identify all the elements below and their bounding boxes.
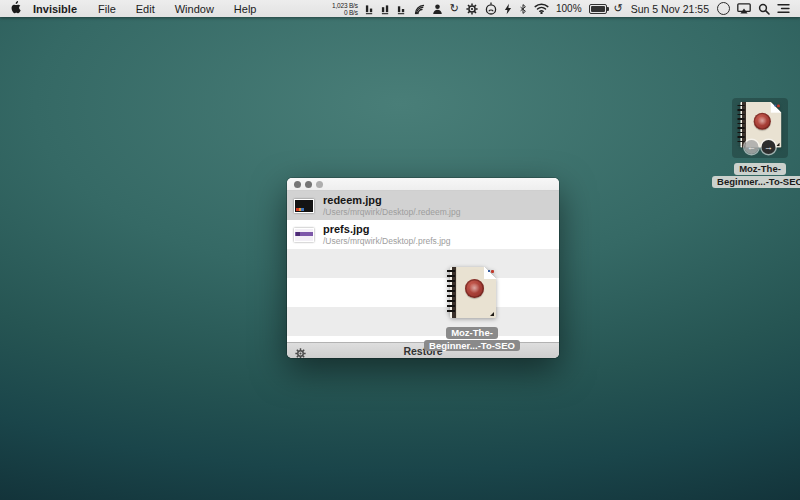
wifi-icon[interactable] xyxy=(534,3,549,14)
page-previous-icon[interactable]: ← xyxy=(745,140,759,154)
user-icon[interactable] xyxy=(432,3,443,15)
bluetooth-icon[interactable] xyxy=(519,3,527,15)
folded-corner xyxy=(484,267,496,279)
menu-bar-clock[interactable]: Sun 5 Nov 21:55 xyxy=(630,3,710,15)
airplay-icon[interactable] xyxy=(737,3,751,14)
stat-graph-icon[interactable] xyxy=(397,3,406,15)
sync-icon[interactable]: ↻ xyxy=(450,3,459,14)
desktop-icon-label-line1: Moz-The- xyxy=(734,163,786,175)
apple-menu[interactable] xyxy=(0,1,30,16)
notification-center-icon[interactable] xyxy=(777,3,790,14)
app-indicator-icon[interactable] xyxy=(485,2,497,15)
apple-logo-icon xyxy=(10,1,21,16)
app-menu-title[interactable]: Invisible xyxy=(30,3,88,15)
network-stats[interactable]: 1,023 B/s 0 B/s xyxy=(332,2,358,16)
menu-edit[interactable]: Edit xyxy=(126,3,165,15)
spiral-binding xyxy=(447,270,455,315)
folded-corner xyxy=(771,102,782,113)
network-down-rate: 0 B/s xyxy=(344,9,358,16)
battery-icon[interactable] xyxy=(589,4,607,14)
menu-window[interactable]: Window xyxy=(165,3,224,15)
hidden-file-list: redeem.jpg /Users/mrqwirk/Desktop/.redee… xyxy=(287,191,559,342)
menu-file[interactable]: File xyxy=(88,3,126,15)
menu-help[interactable]: Help xyxy=(224,3,267,15)
page-next-icon[interactable]: → xyxy=(762,140,776,154)
moz-logo-badge xyxy=(465,279,484,298)
dragged-file-ghost[interactable]: Moz-The- Beginner...-To-SEO xyxy=(417,266,527,351)
network-up-rate: 1,023 B/s xyxy=(332,2,358,9)
drag-label: Moz-The- Beginner...-To-SEO xyxy=(424,327,520,351)
menu-bar: Invisible File Edit Window Help 1,023 B/… xyxy=(0,0,800,17)
file-name: redeem.jpg xyxy=(323,194,460,207)
desktop-icon-label: Moz-The- Beginner...-To-SEO xyxy=(712,163,800,188)
moz-logo-badge xyxy=(754,113,771,130)
radio-waves-icon[interactable] xyxy=(413,3,425,15)
siri-icon[interactable] xyxy=(717,2,730,15)
desktop-icon-label-line2: Beginner...-To-SEO xyxy=(712,176,800,188)
invisible-app-window: redeem.jpg /Users/mrqwirk/Desktop/.redee… xyxy=(287,178,559,358)
time-machine-icon[interactable]: ↺ xyxy=(614,3,623,14)
zoom-button[interactable] xyxy=(316,181,323,188)
file-path: /Users/mrqwirk/Desktop/.redeem.jpg xyxy=(323,207,460,217)
drag-label-line1: Moz-The- xyxy=(446,327,498,339)
close-button[interactable] xyxy=(294,181,301,188)
spotlight-icon[interactable] xyxy=(758,3,770,15)
stat-graph-icon[interactable] xyxy=(365,3,374,15)
icon-selection-highlight: ← → xyxy=(732,98,788,158)
stat-graph-icon[interactable] xyxy=(381,3,390,15)
power-bolt-icon[interactable] xyxy=(504,3,512,15)
desktop-icon-moz-document[interactable]: ← → Moz-The- Beginner...-To-SEO xyxy=(710,98,800,188)
file-path: /Users/mrqwirk/Desktop/.prefs.jpg xyxy=(323,236,451,246)
battery-percent: 100% xyxy=(556,3,582,14)
file-name: prefs.jpg xyxy=(323,223,451,236)
file-row-redeem[interactable]: redeem.jpg /Users/mrqwirk/Desktop/.redee… xyxy=(287,191,559,220)
gear-icon[interactable] xyxy=(466,3,478,15)
file-row-prefs[interactable]: prefs.jpg /Users/mrqwirk/Desktop/.prefs.… xyxy=(287,220,559,249)
settings-gear-button[interactable] xyxy=(295,345,306,358)
window-title-bar[interactable] xyxy=(287,178,559,191)
minimize-button[interactable] xyxy=(305,181,312,188)
prefs-thumbnail xyxy=(294,228,314,242)
moz-document-icon xyxy=(447,266,497,319)
drag-label-line2: Beginner...-To-SEO xyxy=(424,340,520,352)
redeem-thumbnail xyxy=(294,199,314,213)
